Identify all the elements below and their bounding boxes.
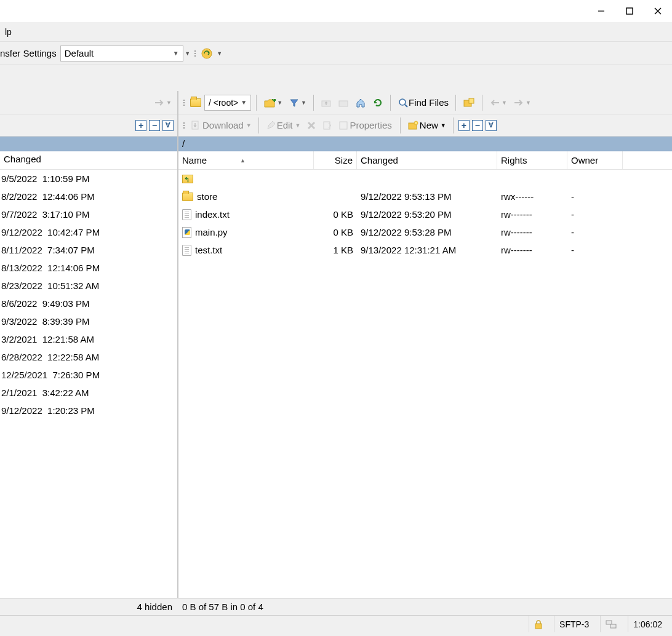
remote-path-text: / (182, 138, 185, 149)
svg-rect-19 (606, 621, 612, 624)
table-row[interactable]: 9/7/2022 3:17:10 PM (0, 205, 177, 223)
table-row[interactable]: index.txt0 KB9/12/2022 9:53:20 PMrw-----… (178, 205, 672, 223)
find-files-button[interactable]: Find Files (395, 95, 451, 111)
edit-button[interactable]: Edit▼ (263, 117, 303, 133)
svg-point-4 (202, 49, 212, 58)
main-toolbar: nsfer Settings Default ▼ ▼ ▼ (0, 42, 672, 65)
transfer-settings-dropdown[interactable]: ▼ (184, 46, 191, 62)
file-rights: rw------- (497, 245, 567, 255)
close-button[interactable] (644, 0, 672, 22)
file-changed: 9/5/2022 1:10:59 PM (0, 173, 134, 184)
remote-refresh-icon[interactable] (370, 95, 386, 111)
remote-select-remove-icon[interactable]: − (472, 120, 483, 131)
remote-filter-icon[interactable]: ▼ (286, 95, 309, 111)
remote-file-list[interactable]: ↰store9/12/2022 9:53:13 PMrwx-------inde… (178, 170, 672, 598)
sync-icon[interactable] (199, 46, 215, 62)
local-select-all-icon[interactable]: ∀ (162, 120, 174, 131)
file-changed: 6/28/2022 12:22:58 AM (0, 352, 134, 362)
table-row[interactable]: 8/11/2022 7:34:07 PM (0, 241, 177, 259)
svg-line-8 (405, 105, 407, 107)
sync-dropdown[interactable]: ▼ (216, 46, 223, 62)
table-row[interactable]: test.txt1 KB9/13/2022 12:31:21 AMrw-----… (178, 241, 672, 259)
remote-drive-icon[interactable] (188, 95, 204, 111)
table-row[interactable]: store9/12/2022 9:53:13 PMrwx------- (178, 188, 672, 205)
remote-col-rights[interactable]: Rights (497, 151, 567, 169)
svg-rect-6 (339, 101, 348, 106)
local-file-header: Changed (0, 151, 177, 170)
remote-col-size[interactable]: Size (314, 151, 357, 169)
svg-rect-15 (340, 122, 347, 129)
table-row[interactable]: main.py0 KB9/12/2022 9:53:28 PMrw-------… (178, 223, 672, 241)
remote-col-changed[interactable]: Changed (357, 151, 497, 169)
local-col-changed[interactable]: Changed (0, 151, 134, 169)
file-changed: 8/13/2022 12:14:06 PM (0, 263, 134, 273)
remote-bookmark-icon[interactable] (460, 95, 478, 111)
rename-icon[interactable] (320, 117, 335, 133)
table-row[interactable]: 12/25/2021 7:26:30 PM (0, 366, 177, 384)
table-row[interactable]: 6/28/2022 12:22:58 AM (0, 348, 177, 366)
table-row[interactable]: 3/2/2021 12:21:58 AM (0, 330, 177, 348)
connection-statusbar: SFTP-3 1:06:02 (0, 615, 672, 632)
protocol-label: SFTP-3 (554, 616, 594, 632)
remote-path-select[interactable]: / <root>▼ (204, 95, 251, 111)
table-row[interactable]: 9/12/2022 1:20:23 PM (0, 402, 177, 419)
local-select-remove-icon[interactable]: − (149, 120, 160, 131)
maximize-button[interactable] (615, 0, 644, 22)
remote-parent-icon[interactable] (318, 95, 334, 111)
file-changed: 3/2/2021 12:21:58 AM (0, 334, 134, 344)
local-select-add-icon[interactable]: + (135, 120, 146, 131)
remote-open-folder-icon[interactable]: ▼ (261, 95, 285, 111)
table-row[interactable]: 8/6/2022 9:49:03 PM (0, 295, 177, 312)
file-changed: 9/12/2022 1:20:23 PM (0, 405, 134, 416)
connection-icon (600, 616, 622, 632)
table-row[interactable]: 2/1/2021 3:42:22 AM (0, 384, 177, 402)
window-titlebar (0, 0, 672, 22)
remote-path-bar: / (178, 137, 672, 151)
menu-help[interactable]: lp (0, 25, 17, 39)
table-row[interactable]: 8/2/2022 12:44:06 PM (0, 188, 177, 205)
delete-icon[interactable] (304, 117, 319, 133)
transfer-settings-select[interactable]: Default ▼ (60, 46, 183, 62)
python-file-icon (182, 227, 191, 238)
menubar: lp (0, 22, 672, 42)
toolbar-spacer (0, 65, 672, 91)
remote-back-button[interactable]: ▼ (487, 95, 510, 111)
table-row[interactable]: ↰ (178, 170, 672, 188)
local-action-toolbar: + − ∀ (0, 114, 177, 137)
remote-col-name[interactable]: Name▲ (178, 151, 314, 169)
remote-forward-button[interactable]: ▼ (511, 95, 534, 111)
file-icon (182, 209, 191, 220)
selection-statusbar: 4 hidden 0 B of 57 B in 0 of 4 (0, 598, 672, 615)
download-button[interactable]: Download▼ (188, 117, 254, 133)
file-size: 0 KB (314, 227, 357, 237)
file-changed: 12/25/2021 7:26:30 PM (0, 370, 134, 380)
file-name: main.py (195, 227, 228, 237)
file-name: store (197, 191, 217, 202)
properties-button[interactable]: Properties (336, 117, 395, 133)
remote-col-owner[interactable]: Owner (567, 151, 623, 169)
remote-root-icon[interactable] (335, 95, 351, 111)
svg-rect-1 (626, 8, 633, 14)
table-row[interactable]: 9/12/2022 10:42:47 PM (0, 223, 177, 241)
file-changed: 9/12/2022 10:42:47 PM (0, 227, 134, 237)
transfer-settings-label: nsfer Settings (0, 48, 60, 58)
remote-select-all-icon[interactable]: ∀ (486, 120, 497, 131)
minimize-button[interactable] (587, 0, 615, 22)
sort-asc-icon: ▲ (240, 157, 246, 164)
remote-home-icon[interactable] (353, 95, 369, 111)
folder-icon (182, 193, 193, 201)
remote-select-add-icon[interactable]: + (458, 120, 470, 131)
file-owner: - (567, 209, 623, 220)
file-owner: - (567, 227, 623, 237)
file-changed: 9/3/2022 8:39:39 PM (0, 316, 134, 327)
remote-file-header: Name▲ Size Changed Rights Owner (178, 151, 672, 170)
table-row[interactable]: 9/5/2022 1:10:59 PM (0, 170, 177, 188)
table-row[interactable]: 9/3/2022 8:39:39 PM (0, 312, 177, 330)
table-row[interactable]: 8/23/2022 10:51:32 AM (0, 277, 177, 295)
table-row[interactable]: 8/13/2022 12:14:06 PM (0, 259, 177, 277)
remote-nav-toolbar: / <root>▼ ▼ ▼ (178, 91, 672, 114)
elapsed-time: 1:06:02 (628, 616, 667, 632)
new-button[interactable]: New▼ (405, 117, 449, 133)
local-file-list[interactable]: 9/5/2022 1:10:59 PM8/2/2022 12:44:06 PM9… (0, 170, 177, 598)
local-forward-button[interactable]: ▼ (151, 95, 174, 111)
